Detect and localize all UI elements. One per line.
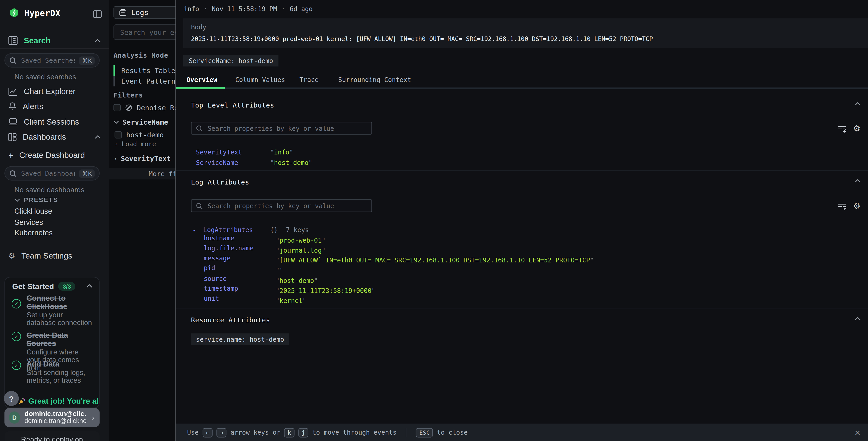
saved-searches-pill[interactable]: ⌘K bbox=[4, 53, 99, 67]
top-attributes-search[interactable] bbox=[191, 122, 372, 135]
quote: " bbox=[276, 246, 280, 254]
log-attributes-search-input[interactable] bbox=[207, 201, 367, 210]
attribute-key[interactable]: source bbox=[204, 275, 227, 283]
attribute-key[interactable]: log.file.name bbox=[204, 244, 254, 252]
attribute-value: prod-web-01 bbox=[280, 236, 322, 244]
chevron-up-icon[interactable] bbox=[86, 284, 92, 288]
collapse-section-icon[interactable] bbox=[855, 317, 861, 321]
tab-column-values[interactable]: Column Values bbox=[235, 76, 285, 84]
attribute-value-cell[interactable]: "[UFW ALLOW] IN=eth0 OUT= MAC= SRC=192.1… bbox=[276, 254, 594, 265]
attribute-value-cell[interactable]: "host-demo" bbox=[276, 275, 318, 285]
severity-text-group-toggle[interactable]: › SeverityText bbox=[114, 154, 171, 163]
progress-badge: 3/3 bbox=[58, 282, 75, 291]
attribute-row: ServiceName bbox=[196, 157, 238, 167]
log-attributes-search[interactable] bbox=[191, 199, 372, 212]
group-name: ServiceName bbox=[122, 118, 168, 126]
filter-value-row[interactable]: host-demo bbox=[115, 131, 164, 139]
service-name-tag[interactable]: ServiceName: host-demo bbox=[183, 55, 279, 66]
attribute-key[interactable]: message bbox=[204, 254, 231, 262]
get-started-step[interactable]: ✓ Add Data Start sending logs, metrics, … bbox=[11, 360, 94, 384]
attribute-value-cell[interactable]: "journal.log" bbox=[276, 244, 326, 255]
wrap-lines-icon[interactable] bbox=[837, 203, 846, 210]
gear-icon[interactable]: ⚙ bbox=[853, 202, 861, 210]
wrap-lines-icon[interactable] bbox=[837, 125, 846, 133]
brand[interactable]: HyperDX bbox=[9, 8, 61, 18]
attribute-key[interactable]: unit bbox=[204, 295, 219, 302]
chart-icon bbox=[8, 87, 18, 95]
quote: " bbox=[590, 257, 594, 264]
section-tools: ⚙ bbox=[837, 125, 861, 133]
k-key: k bbox=[284, 428, 294, 437]
saved-dashboards-input[interactable] bbox=[20, 169, 76, 178]
get-started-step[interactable]: ✓ Connect to ClickHouse Set up your data… bbox=[11, 294, 94, 327]
sidebar-item-alerts[interactable]: Alerts bbox=[0, 100, 109, 112]
attribute-key[interactable]: SeverityText bbox=[196, 149, 242, 156]
sidebar-item-chart-explorer[interactable]: Chart Explorer bbox=[0, 85, 109, 97]
mode-results-table[interactable]: Results Table bbox=[114, 65, 175, 76]
step-desc: Set up your database connection bbox=[27, 311, 94, 327]
sidebar-item-team-settings[interactable]: ⚙ Team Settings bbox=[0, 249, 109, 262]
close-icon[interactable]: × bbox=[854, 428, 861, 437]
user-name: dominic.tran@clic... bbox=[24, 410, 86, 418]
quote: " bbox=[289, 149, 293, 156]
tab-trace[interactable]: Trace bbox=[300, 76, 318, 84]
service-name-group-toggle[interactable]: ServiceName bbox=[114, 118, 168, 126]
sidebar-item-client-sessions[interactable]: Client Sessions bbox=[0, 116, 109, 128]
help-button[interactable]: ? bbox=[4, 391, 19, 406]
attribute-value-cell[interactable]: "" bbox=[276, 264, 283, 275]
avatar: D bbox=[9, 411, 20, 423]
deploy-note-card[interactable]: Ready to deploy on bbox=[4, 432, 99, 441]
create-dashboard-button[interactable]: + Create Dashboard bbox=[0, 149, 109, 161]
chevron-up-icon[interactable] bbox=[95, 135, 101, 139]
j-key: j bbox=[298, 428, 309, 437]
gear-icon[interactable]: ⚙ bbox=[853, 125, 861, 133]
sidebar: HyperDX Search ⌘K No saved searches bbox=[0, 0, 109, 441]
collapse-sidebar-icon[interactable] bbox=[93, 10, 102, 18]
load-more[interactable]: › Load more bbox=[115, 140, 156, 148]
denoise-checkbox[interactable] bbox=[114, 104, 121, 111]
collapse-section-icon[interactable] bbox=[855, 179, 861, 183]
preset-clickhouse[interactable]: ClickHouse bbox=[14, 207, 52, 215]
preset-services[interactable]: Services bbox=[14, 218, 43, 227]
brand-name: HyperDX bbox=[24, 8, 61, 18]
step-title: Create Data Sources bbox=[27, 331, 94, 348]
top-attributes-search-input[interactable] bbox=[207, 124, 367, 133]
attribute-value: kernel bbox=[280, 297, 303, 304]
resource-attribute-badge[interactable]: service.name: host-demo bbox=[191, 333, 289, 345]
mode-event-patterns[interactable]: Event Patterns bbox=[114, 76, 179, 86]
collapse-section-icon[interactable] bbox=[855, 102, 861, 106]
saved-dashboards-pill[interactable]: ⌘K bbox=[4, 166, 99, 180]
host-demo-checkbox[interactable] bbox=[115, 131, 122, 139]
tab-overview[interactable]: Overview bbox=[186, 76, 217, 84]
step-title: Connect to ClickHouse bbox=[27, 294, 94, 311]
attribute-value-cell[interactable]: "2025-11-11T23:58:19+0000" bbox=[276, 285, 375, 295]
attribute-key[interactable]: pid bbox=[204, 264, 215, 272]
event-header: info · Nov 11 5:58:19 PM · 6d ago bbox=[184, 5, 313, 13]
mode-label: Event Patterns bbox=[121, 77, 179, 85]
attribute-value-cell[interactable]: "kernel" bbox=[276, 295, 307, 305]
sidebar-item-search[interactable]: Search bbox=[0, 34, 109, 47]
tree-root-row[interactable]: ▾ LogAttributes bbox=[193, 224, 253, 234]
top-attributes-title: Top Level Attributes bbox=[191, 101, 274, 109]
check-circle-icon: ✓ bbox=[11, 332, 21, 341]
check-circle-icon: ✓ bbox=[11, 361, 21, 370]
attribute-key[interactable]: ServiceName bbox=[196, 159, 238, 167]
tab-surrounding-context[interactable]: Surrounding Context bbox=[338, 76, 411, 84]
resource-attributes-title: Resource Attributes bbox=[191, 316, 270, 324]
saved-searches-input[interactable] bbox=[20, 56, 76, 65]
attribute-key[interactable]: timestamp bbox=[204, 285, 238, 292]
sidebar-item-label: Search bbox=[24, 36, 51, 45]
sidebar-item-dashboards[interactable]: Dashboards bbox=[0, 131, 109, 143]
service-tag-label: ServiceName: host-demo bbox=[189, 57, 273, 64]
attribute-value-cell[interactable]: "host-demo" bbox=[270, 157, 312, 167]
attribute-key[interactable]: hostname bbox=[204, 234, 235, 242]
tab-bar: Overview Column Values Trace Surrounding… bbox=[176, 73, 868, 89]
attribute-value-cell[interactable]: "info" bbox=[270, 146, 293, 157]
quote: " bbox=[270, 159, 274, 167]
group-name: SeverityText bbox=[121, 154, 171, 163]
presets-toggle[interactable]: PRESETS bbox=[14, 197, 58, 203]
chevron-up-icon[interactable] bbox=[95, 38, 101, 42]
attribute-value-cell[interactable]: "prod-web-01" bbox=[276, 234, 326, 245]
preset-kubernetes[interactable]: Kubernetes bbox=[14, 229, 53, 237]
user-menu[interactable]: D dominic.tran@clic... dominic.tran@clic… bbox=[4, 408, 99, 427]
